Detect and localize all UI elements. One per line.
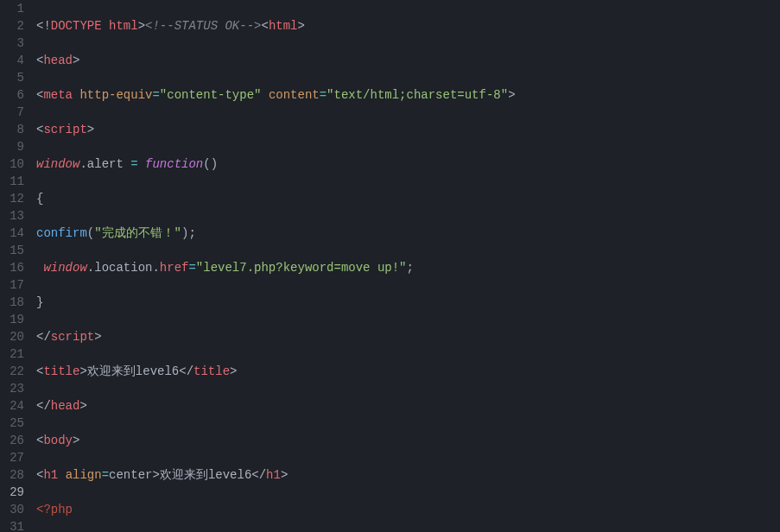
code-line[interactable]: } bbox=[36, 294, 780, 311]
code-line[interactable]: <h1 align=center>欢迎来到level6</h1> bbox=[36, 466, 780, 484]
code-line[interactable]: </script> bbox=[36, 328, 780, 345]
line-number: 16 bbox=[0, 259, 24, 276]
line-number: 23 bbox=[0, 380, 24, 397]
line-number: 1 bbox=[0, 0, 24, 17]
code-line[interactable]: <?php bbox=[36, 501, 780, 518]
line-number: 7 bbox=[0, 104, 24, 121]
line-number: 21 bbox=[0, 345, 24, 363]
code-line[interactable]: <title>欢迎来到level6</title> bbox=[36, 363, 780, 380]
code-line[interactable]: window.location.href="level7.php?keyword… bbox=[36, 259, 780, 276]
line-number: 17 bbox=[0, 276, 24, 294]
line-number: 22 bbox=[0, 363, 24, 380]
line-number: 3 bbox=[0, 35, 24, 52]
line-number: 2 bbox=[0, 17, 24, 35]
line-number: 11 bbox=[0, 173, 24, 190]
line-number-gutter: 1 2 3 4 5 6 7 8 9 10 11 12 13 14 15 16 1… bbox=[0, 0, 33, 532]
line-number: 19 bbox=[0, 311, 24, 328]
line-number: 9 bbox=[0, 138, 24, 155]
code-line[interactable]: confirm("完成的不错！"); bbox=[36, 225, 780, 242]
line-number: 18 bbox=[0, 294, 24, 311]
code-content[interactable]: <!DOCTYPE html><!--STATUS OK--><html> <h… bbox=[33, 0, 780, 532]
code-line[interactable]: <head> bbox=[36, 52, 780, 69]
line-number: 24 bbox=[0, 397, 24, 415]
line-number: 6 bbox=[0, 86, 24, 104]
code-line[interactable]: window.alert = function() bbox=[36, 155, 780, 173]
line-number: 14 bbox=[0, 225, 24, 242]
code-line[interactable]: { bbox=[36, 190, 780, 207]
line-number: 28 bbox=[0, 466, 24, 484]
code-line[interactable]: </head> bbox=[36, 397, 780, 415]
line-number: 8 bbox=[0, 121, 24, 138]
line-number: 26 bbox=[0, 432, 24, 449]
code-line[interactable]: <body> bbox=[36, 432, 780, 449]
line-number: 30 bbox=[0, 501, 24, 518]
line-number: 25 bbox=[0, 415, 24, 432]
line-number: 4 bbox=[0, 52, 24, 69]
code-editor[interactable]: 1 2 3 4 5 6 7 8 9 10 11 12 13 14 15 16 1… bbox=[0, 0, 780, 532]
line-number: 20 bbox=[0, 328, 24, 345]
code-line[interactable]: <meta http-equiv="content-type" content=… bbox=[36, 86, 780, 104]
line-number: 5 bbox=[0, 69, 24, 86]
line-number: 10 bbox=[0, 155, 24, 173]
line-number: 15 bbox=[0, 242, 24, 259]
line-number: 31 bbox=[0, 518, 24, 532]
line-number: 27 bbox=[0, 449, 24, 466]
code-line[interactable]: <script> bbox=[36, 121, 780, 138]
line-number: 29 bbox=[0, 484, 24, 501]
line-number: 13 bbox=[0, 207, 24, 225]
line-number: 12 bbox=[0, 190, 24, 207]
code-line[interactable]: <!DOCTYPE html><!--STATUS OK--><html> bbox=[36, 17, 780, 35]
